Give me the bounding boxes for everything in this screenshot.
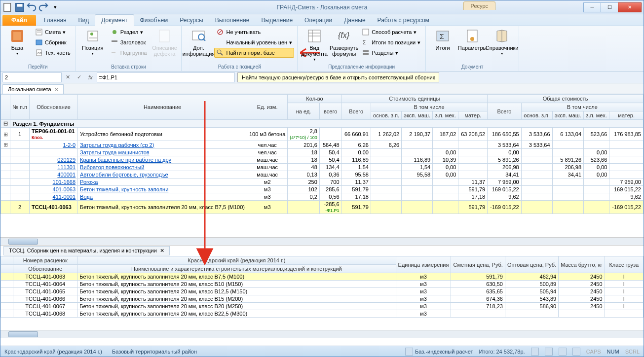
statusbar: Краснодарский край (редакция 2014 г.) Ба… (0, 346, 644, 357)
sprav-button[interactable]: Справочники▼ (488, 27, 516, 64)
lower-panel-tab[interactable]: ТССЦ. Сборник цен на материалы, изделия … (3, 246, 170, 255)
svg-point-12 (90, 33, 93, 36)
dop-info-button[interactable]: Доп. информация (185, 27, 212, 64)
razv-form-button[interactable]: {fx}Развернуть формулы (330, 27, 358, 64)
svg-rect-8 (36, 40, 42, 45)
context-tab[interactable]: Ресурс (463, 1, 495, 10)
sb-icon-4[interactable] (572, 348, 580, 356)
itogi-button[interactable]: ΣИтоги (429, 27, 456, 64)
smeta-button[interactable]: Смета ▾ (33, 27, 73, 37)
table-row[interactable]: 101-1668Рогожам225070011,3711,377 959,00… (1, 178, 644, 186)
main-grid[interactable]: № п.п Обоснование Наименование Ед. изм. … (0, 94, 644, 214)
svg-rect-11 (88, 31, 98, 41)
table-row[interactable]: ТССЦ-401-0065Бетон тяжелый, крупность за… (1, 288, 644, 295)
svg-line-20 (203, 39, 205, 41)
defect-button[interactable]: Описание дефекта (151, 27, 178, 64)
tab-view[interactable]: Вид (73, 15, 95, 26)
table-row[interactable]: 411-0001Водам30,20,5617,1817,189,629,62 (1, 193, 644, 201)
minimize-button[interactable]: ─ (583, 2, 601, 12)
col-kolvo[interactable]: Кол-во (288, 95, 341, 103)
svg-rect-15 (112, 40, 117, 42)
qat-redo-icon[interactable] (38, 2, 49, 13)
close-lower-icon[interactable]: ✕ (160, 248, 164, 254)
col-obosn[interactable]: Обоснование (30, 95, 78, 120)
tech-button[interactable]: abТех. часть (33, 48, 73, 58)
table-row[interactable]: 401-0063Бетон тяжелый, крупность заполни… (1, 186, 644, 193)
svg-point-23 (217, 50, 221, 54)
tab-main[interactable]: Главная (38, 15, 73, 26)
formula-bar: ✕ ✓ fx Найти текущую расценку/ресурс в б… (0, 71, 644, 83)
sbornik-button[interactable]: Сборник (33, 37, 73, 47)
table-row[interactable]: ⊞1ТЕР06-01-001-01Кпоз.Устройство бетонно… (1, 128, 644, 141)
itogi-pos-button[interactable]: ΣИтоги по позиции ▾ (360, 37, 422, 47)
table-row[interactable]: ТССЦ-401-0068Бетон тяжелый, крупность за… (1, 310, 644, 318)
vid-doc-button[interactable]: Вид документа▼ (301, 27, 328, 64)
ribbon-tabs: Файл Главная Вид Документ Физобъем Ресур… (0, 14, 644, 26)
neuch-button[interactable]: Не учитывать (214, 27, 294, 37)
table-row[interactable]: 111301Вибратор поверхностныймаш.час48134… (1, 164, 644, 171)
razdel-button[interactable]: Раздел ▾ (109, 27, 149, 37)
svg-line-22 (219, 31, 222, 34)
tab-selection[interactable]: Выделение (256, 15, 299, 26)
table-row[interactable]: Затраты труда машинистовчел.час1850,40,0… (1, 149, 644, 156)
tab-execution[interactable]: Выполнение (209, 15, 256, 26)
svg-text:Σ: Σ (363, 40, 366, 45)
tab-document[interactable]: Документ (95, 14, 134, 26)
razdely-button[interactable]: Разделы ▾ (360, 48, 422, 58)
formula-input[interactable] (97, 72, 235, 82)
zagolovok-button[interactable]: Заголовок (109, 37, 149, 47)
podgruppa-button: Подгруппа (109, 48, 149, 58)
close-button[interactable]: ✕ (618, 2, 642, 12)
find-norm-base-button[interactable]: Найти в норм. базе (214, 48, 294, 58)
col-naim[interactable]: Наименование (78, 95, 247, 120)
tab-operations[interactable]: Операции (299, 15, 338, 26)
table-row[interactable]: ⊞1-2-0Затраты труда рабочих (ср 2)чел.ча… (1, 141, 644, 149)
position-button[interactable]: Позиция▼ (79, 27, 107, 64)
qat-more-icon[interactable]: ▾ (50, 2, 61, 13)
cell-reference-input[interactable] (2, 72, 62, 82)
table-row[interactable]: ТССЦ-401-0063Бетон тяжелый, крупность за… (1, 273, 644, 281)
maximize-button[interactable]: ☐ (601, 2, 618, 12)
status-total: Итого: 24 532,78р. (479, 349, 525, 355)
horizontal-scrollbar[interactable] (0, 237, 644, 245)
section-row[interactable]: ⊟Раздел 1. Фундаменты (1, 120, 644, 128)
qat-undo-icon[interactable] (26, 2, 37, 13)
group-doc-label: Документ (429, 64, 516, 70)
table-row[interactable]: 020129Краны башенные при работе на друма… (1, 156, 644, 164)
table-row[interactable]: ТССЦ-401-0064Бетон тяжелый, крупность за… (1, 281, 644, 288)
qat-save-icon[interactable] (14, 2, 25, 13)
tab-work-resource[interactable]: Работа с ресурсом (372, 15, 435, 26)
param-button[interactable]: Параметры (458, 27, 486, 64)
base-button[interactable]: База▼ (3, 27, 31, 64)
close-doc-icon[interactable]: ✕ (54, 87, 58, 92)
document-tab[interactable]: Локальная смета✕ (2, 84, 64, 94)
calc-mode-icon[interactable] (405, 348, 413, 356)
col-obsh[interactable]: Общая стоимость (488, 95, 644, 103)
svg-rect-16 (112, 52, 115, 53)
tab-data[interactable]: Данные (338, 15, 371, 26)
tab-phys[interactable]: Физобъем (134, 15, 174, 26)
table-row[interactable]: ТССЦ-401-0067Бетон тяжелый, крупность за… (1, 303, 644, 310)
tab-resources[interactable]: Ресурсы (174, 15, 209, 26)
selected-row[interactable]: 2ТССЦ-401-0063Бетон тяжелый, крупность з… (1, 201, 644, 214)
col-ed[interactable]: Ед. изм. (247, 95, 288, 120)
nach-uroven-button[interactable]: Начальный уровень цен ▾ (214, 37, 294, 47)
col-stoim[interactable]: Стоимость единицы (341, 95, 488, 103)
formula-accept-icon[interactable]: ✓ (74, 74, 84, 80)
titlebar: ▾ ГРАНД-Смета - Локальная смета Ресурс ─… (0, 0, 644, 14)
lower-grid[interactable]: Номера расценок Краснодарский край (реда… (0, 256, 644, 318)
formula-cancel-icon[interactable]: ✕ (63, 74, 73, 80)
fx-icon[interactable]: fx (85, 74, 96, 80)
table-row[interactable]: 400001Автомобили бортовые, грузоподъемаш… (1, 171, 644, 178)
tab-file[interactable]: Файл (2, 15, 36, 26)
sb-icon-2[interactable] (545, 348, 553, 356)
sb-icon-3[interactable] (559, 348, 567, 356)
table-row[interactable]: ТССЦ-401-0066Бетон тяжелый, крупность за… (1, 295, 644, 303)
svg-rect-32 (363, 50, 369, 52)
sposob-button[interactable]: Способ расчета ▾ (360, 27, 422, 37)
lower-scrollbar[interactable] (0, 330, 644, 338)
group-insert-label: Вставка строки (79, 64, 179, 70)
qat-new-icon[interactable] (2, 2, 13, 13)
col-npp[interactable]: № п.п (10, 95, 30, 120)
sb-icon-1[interactable] (531, 348, 539, 356)
